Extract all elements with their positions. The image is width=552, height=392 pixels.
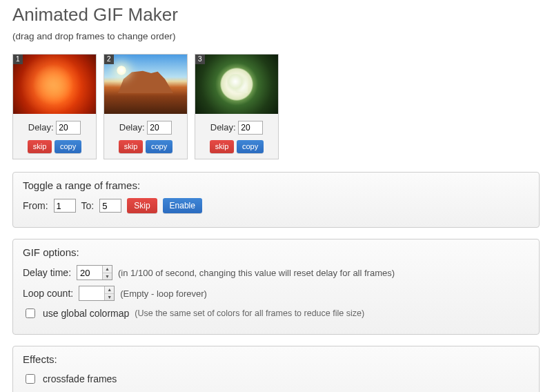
frame-copy-button[interactable]: copy xyxy=(55,140,81,153)
frame-item[interactable]: 1 Delay: skip copy xyxy=(12,54,97,159)
effects-title: Effects: xyxy=(23,353,529,365)
frame-item[interactable]: 2 Delay: skip copy xyxy=(103,54,188,159)
frame-index-badge: 2 xyxy=(104,55,114,64)
frame-delay-input[interactable] xyxy=(238,121,263,135)
loop-count-hint: (Empty - loop forever) xyxy=(120,288,207,299)
frame-delay-input[interactable] xyxy=(147,121,172,135)
effects-panel: Effects: crossfade frames don't stack fr… xyxy=(12,346,540,392)
frame-delay-label: Delay: xyxy=(119,122,145,133)
spinner-up-icon[interactable]: ▲ xyxy=(105,286,114,294)
frame-thumbnail[interactable]: 3 xyxy=(195,55,278,114)
delay-time-hint: (in 1/100 of second, changing this value… xyxy=(118,268,395,278)
delay-time-input[interactable] xyxy=(77,266,102,280)
toggle-to-input[interactable] xyxy=(99,199,121,213)
loop-count-label: Loop count: xyxy=(23,288,73,299)
global-colormap-label: use global colormap xyxy=(43,308,129,319)
toggle-enable-button[interactable]: Enable xyxy=(163,198,202,213)
toggle-from-label: From: xyxy=(23,200,48,211)
frame-controls: Delay: skip copy xyxy=(13,114,96,159)
gif-options-title: GIF options: xyxy=(23,246,529,258)
crossfade-label: crossfade frames xyxy=(43,373,117,384)
frame-delay-input[interactable] xyxy=(56,121,81,135)
spinner-up-icon[interactable]: ▲ xyxy=(103,266,112,273)
frame-controls: Delay: skip copy xyxy=(104,114,187,159)
toggle-to-label: To: xyxy=(81,200,95,211)
toggle-from-input[interactable] xyxy=(54,199,76,213)
gif-options-panel: GIF options: Delay time: ▲ ▼ (in 1/100 o… xyxy=(12,239,540,335)
toggle-skip-button[interactable]: Skip xyxy=(127,198,157,213)
global-colormap-hint: (Use the same set of colors for all fram… xyxy=(135,308,364,318)
frame-index-badge: 1 xyxy=(13,55,23,64)
frame-delay-label: Delay: xyxy=(210,122,236,133)
frames-row: 1 Delay: skip copy 2 Delay: skip copy 3 xyxy=(12,54,540,159)
frame-controls: Delay: skip copy xyxy=(195,114,278,159)
page-subtitle: (drag and drop frames to change order) xyxy=(12,31,540,41)
spinner-down-icon[interactable]: ▼ xyxy=(105,294,114,301)
spinner-down-icon[interactable]: ▼ xyxy=(103,273,112,280)
loop-count-input[interactable] xyxy=(79,286,104,300)
frame-index-badge: 3 xyxy=(195,55,205,64)
frame-skip-button[interactable]: skip xyxy=(119,140,144,153)
frame-copy-button[interactable]: copy xyxy=(146,140,172,153)
page-title: Animated GIF Maker xyxy=(12,4,540,26)
crossfade-checkbox[interactable] xyxy=(26,374,35,384)
toggle-range-title: Toggle a range of frames: xyxy=(23,179,529,191)
frame-thumbnail[interactable]: 1 xyxy=(13,55,96,114)
toggle-range-panel: Toggle a range of frames: From: To: Skip… xyxy=(12,172,540,228)
frame-skip-button[interactable]: skip xyxy=(28,140,52,153)
frame-item[interactable]: 3 Delay: skip copy xyxy=(195,54,279,159)
loop-count-spinner[interactable]: ▲ ▼ xyxy=(79,286,115,301)
delay-time-label: Delay time: xyxy=(23,267,71,278)
frame-thumbnail[interactable]: 2 xyxy=(104,55,187,114)
delay-time-spinner[interactable]: ▲ ▼ xyxy=(77,265,112,280)
global-colormap-checkbox[interactable] xyxy=(26,308,35,318)
frame-skip-button[interactable]: skip xyxy=(210,140,235,153)
frame-copy-button[interactable]: copy xyxy=(237,140,264,153)
frame-delay-label: Delay: xyxy=(28,122,54,133)
